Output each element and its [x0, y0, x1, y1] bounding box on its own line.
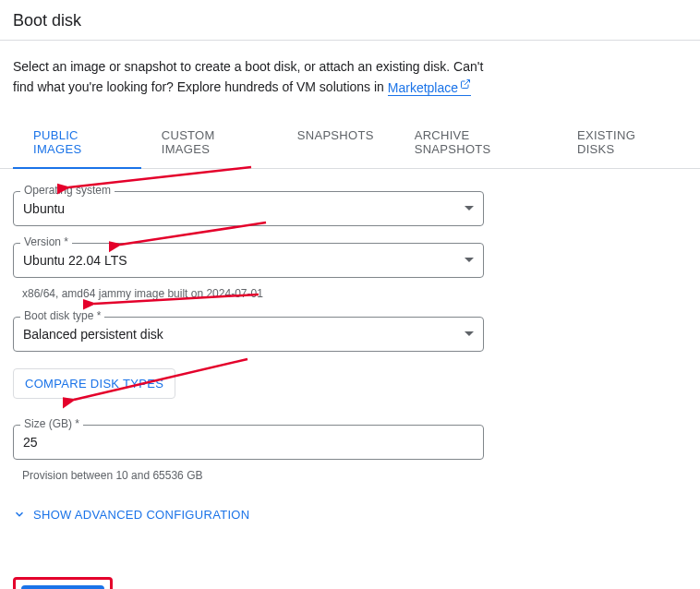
chevron-down-icon [465, 331, 474, 336]
chevron-down-icon [13, 508, 26, 521]
version-label: Version * [20, 235, 72, 248]
field-disk-type: Boot disk type * Balanced persistent dis… [13, 317, 484, 352]
compare-disk-types-button[interactable]: COMPARE DISK TYPES [13, 368, 175, 399]
os-label: Operating system [20, 184, 115, 197]
tab-existing-disks[interactable]: EXISTING DISKS [557, 117, 687, 169]
tab-public-images[interactable]: PUBLIC IMAGES [13, 117, 141, 169]
chevron-down-icon [465, 258, 474, 262]
form-area: Operating system Ubuntu Version * Ubuntu… [0, 169, 497, 540]
tab-custom-images[interactable]: CUSTOM IMAGES [141, 117, 277, 169]
chevron-down-icon [465, 206, 474, 210]
size-input[interactable] [13, 425, 484, 460]
field-operating-system: Operating system Ubuntu [13, 191, 484, 226]
disk-type-label: Boot disk type * [20, 309, 104, 322]
disk-type-value: Balanced persistent disk [23, 327, 465, 342]
dialog-header: Boot disk [0, 0, 700, 41]
size-helper: Provision between 10 and 65536 GB [13, 463, 484, 482]
intro-text: Select an image or snapshot to create a … [0, 41, 517, 97]
select-button[interactable]: SELECT [21, 585, 104, 589]
cancel-button[interactable]: CANCEL [129, 585, 196, 589]
marketplace-link[interactable]: Marketplace [388, 80, 471, 96]
dialog-title: Boot disk [13, 11, 687, 30]
tab-snapshots[interactable]: SNAPSHOTS [277, 117, 394, 169]
dialog-footer: SELECT CANCEL [0, 540, 700, 589]
os-value: Ubuntu [23, 201, 465, 216]
svg-line-0 [465, 80, 470, 86]
tab-archive-snapshots[interactable]: ARCHIVE SNAPSHOTS [394, 117, 557, 169]
tabs: PUBLIC IMAGES CUSTOM IMAGES SNAPSHOTS AR… [0, 117, 700, 169]
annotation-highlight-select: SELECT [13, 577, 113, 589]
size-label: Size (GB) * [20, 417, 83, 430]
version-select[interactable]: Ubuntu 22.04 LTS [13, 243, 484, 278]
version-helper: x86/64, amd64 jammy image built on 2024-… [13, 282, 484, 300]
external-link-icon [460, 76, 471, 94]
version-value: Ubuntu 22.04 LTS [23, 253, 465, 268]
field-version: Version * Ubuntu 22.04 LTS [13, 243, 484, 278]
advanced-label: SHOW ADVANCED CONFIGURATION [33, 508, 249, 522]
show-advanced-toggle[interactable]: SHOW ADVANCED CONFIGURATION [13, 502, 484, 527]
field-size: Size (GB) * [13, 425, 484, 460]
